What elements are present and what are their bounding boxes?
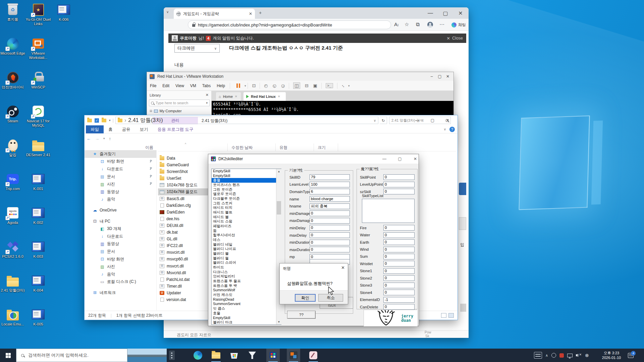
field-input[interactable]: 0 [383, 232, 415, 238]
desktop-icon-k002[interactable]: K-002 [25, 205, 51, 239]
desktop-icon-k006[interactable]: K-006 [51, 2, 76, 36]
fit-dropdown-icon[interactable]: ▾ [348, 84, 350, 87]
pause-vm-icon[interactable] [236, 83, 238, 88]
skill-item[interactable]: 서먼 캐스킷 [212, 293, 281, 297]
nav-tree-item[interactable]: OneDrive [85, 206, 156, 214]
nav-tree-item[interactable]: 즐겨찾기 [85, 150, 156, 158]
taskbar-explorer-button[interactable] [209, 349, 223, 362]
skill-item[interactable]: 페럴라이즈 [212, 224, 281, 229]
nav-tree-item[interactable]: 로컬 디스크 (C:) [85, 278, 156, 286]
tab-share[interactable]: 공유 [117, 125, 135, 133]
show-thumbnail-bar-icon[interactable]: ⊟ [305, 83, 309, 88]
skill-item[interactable]: SummonServant [212, 302, 281, 306]
help-icon[interactable]: ? [449, 127, 455, 132]
field-input[interactable]: 0 [310, 210, 350, 216]
edge-chat-button[interactable]: 채팅 [449, 20, 468, 29]
desktop-icon-k005[interactable]: K-005 [25, 307, 51, 341]
menu-item[interactable]: File [147, 83, 159, 88]
desktop-icon-yugioh[interactable]: Yu-Gi-Oh! Duel Links [25, 2, 51, 36]
tab-search-chevron-icon[interactable]: ∨ [166, 10, 169, 14]
field-input[interactable]: 0 [383, 182, 415, 187]
skill-item[interactable]: 둠 [212, 229, 281, 233]
maximize-button[interactable]: ▢ [436, 74, 443, 79]
browser-tab[interactable]: 게임도리 - 게임공략 ✕ [174, 9, 255, 19]
scroll-down-icon[interactable]: ▼ [276, 319, 281, 324]
skill-item[interactable]: SummonWolf [212, 288, 281, 293]
desktop-icon-locale-emulator[interactable]: Locale Emu... [0, 307, 25, 341]
desktop-icon-navicat[interactable]: Navicat 17 for MySQL [25, 104, 51, 138]
close-button[interactable]: ✕ [454, 10, 467, 16]
skill-item[interactable]: 잇 콥스 [212, 306, 281, 311]
skill-item[interactable]: 트랜스폼 투 울프 [212, 279, 281, 284]
ok-button[interactable]: 확인 [295, 294, 316, 302]
menu-item[interactable]: View [172, 83, 187, 88]
skill-item[interactable]: 애시드 볼트 [212, 210, 281, 215]
send-ctrl-alt-del-icon[interactable]: ⊡ [252, 83, 256, 88]
nav-tree-item[interactable]: 다운로드 [85, 233, 156, 240]
tab-view[interactable]: 보기 [135, 125, 153, 133]
skill-item[interactable]: 데스 [212, 238, 281, 242]
skill-item[interactable]: 다크니스 [212, 270, 281, 275]
taskbar-search-box[interactable]: 검색하려면 여기에 입력하세요. [16, 349, 127, 362]
library-search-input[interactable]: Type here to search ▾ [149, 100, 210, 106]
qat-customize-icon[interactable]: ▾ [109, 119, 111, 122]
field-input[interactable]: 0 [383, 283, 415, 288]
skilltype-listbox[interactable] [362, 199, 415, 223]
address-dropdown-icon[interactable]: ∨ [374, 119, 376, 122]
network-icon[interactable] [567, 354, 573, 357]
nav-tree-item[interactable]: 바탕 화면 [85, 158, 156, 166]
desktop-icon-k001[interactable]: K-001 [25, 172, 51, 205]
nav-tree-item[interactable]: 내 PC [85, 218, 156, 225]
action-center[interactable]: 4 [628, 349, 634, 362]
take-snapshot-icon[interactable]: ◴ [264, 83, 268, 88]
breadcrumb[interactable]: › 2.41 망툴(3차) ∨ [115, 117, 378, 124]
skill-item[interactable]: 인비져빌리티 [212, 274, 281, 279]
field-input[interactable]: 0 [310, 232, 350, 238]
ime-toolbar-icon[interactable] [169, 351, 175, 360]
desktop-icon-vmware[interactable]: VMware Workstati... [25, 36, 51, 70]
collections-icon[interactable]: ⧉ [416, 21, 420, 27]
volume-muted-icon[interactable] [576, 353, 582, 358]
skill-item[interactable]: 블러디 나이프 [212, 247, 281, 251]
favorite-star-icon[interactable]: ☆ [405, 21, 409, 27]
tab-close-icon[interactable]: ✕ [278, 95, 280, 98]
menu-item[interactable]: Tabs [199, 83, 214, 88]
scrollbar-thumb[interactable] [277, 201, 281, 215]
skill-item[interactable]: 호울 [212, 311, 281, 316]
menu-item[interactable]: VM [187, 83, 199, 88]
desktop-icon-k004[interactable]: K-004 [25, 273, 51, 307]
minimize-button[interactable]: — [424, 10, 437, 16]
read-aloud-icon[interactable]: A⟩ [394, 21, 399, 27]
field-input[interactable]: 0 [383, 247, 415, 252]
library-close-icon[interactable]: ✕ [206, 93, 209, 97]
new-tab-button[interactable]: + [259, 10, 262, 15]
desktop-icon-k003[interactable]: K-003 [25, 239, 51, 273]
thumbnail-view-button[interactable] [448, 313, 454, 318]
up-icon[interactable]: ↑ [109, 136, 111, 141]
desktop-icon-alzip[interactable]: 알집 [0, 138, 25, 172]
skill-item[interactable]: 다크블루 포이즌 [212, 196, 281, 201]
hidden-icons-chevron[interactable]: ∧ [545, 353, 548, 358]
nav-tree-item[interactable]: 문서 [85, 173, 156, 181]
field-input[interactable]: 0 [310, 225, 350, 231]
field-input[interactable]: 0 [383, 268, 415, 274]
field-input[interactable]: 0 [383, 290, 415, 295]
scroll-up-icon[interactable]: ▲ [276, 169, 281, 174]
ime-pad-icon[interactable] [534, 352, 542, 359]
nav-tree-item[interactable]: 사진 [85, 263, 156, 270]
field-input[interactable]: 0 [383, 261, 415, 266]
skill-item[interactable]: 포이즈너스 핸즈 [212, 183, 281, 187]
field-input[interactable]: 0 [383, 174, 415, 180]
taskbar-store-button[interactable] [227, 349, 241, 362]
fullscreen-icon[interactable]: ▣ [313, 83, 317, 88]
nav-tree-item[interactable]: 사진 [85, 180, 156, 188]
qat-new-folder-icon[interactable] [102, 119, 106, 122]
minimize-button[interactable]: – [428, 74, 435, 79]
taskbar-funnel-app-button[interactable] [246, 349, 259, 362]
field-input[interactable]: 79 [310, 174, 350, 180]
field-input[interactable]: 0 [310, 218, 350, 224]
show-library-icon[interactable]: ◫ [293, 82, 300, 89]
search-dropdown-icon[interactable]: ▾ [206, 101, 208, 105]
cancel-button[interactable]: 취소 [318, 294, 343, 302]
desktop-icon-deserver[interactable]: DEServer 2.41 [25, 138, 51, 172]
